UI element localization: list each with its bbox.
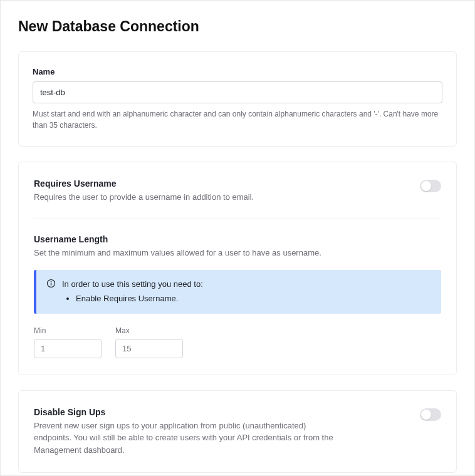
info-banner-list: Enable Requires Username. [62, 292, 203, 306]
username-length-row: Username Length Set the minimum and maxi… [34, 234, 441, 259]
requires-username-desc: Requires the user to provide a username … [34, 191, 335, 204]
info-banner-item: Enable Requires Username. [76, 292, 203, 306]
minmax-row: Min Max [34, 326, 441, 358]
requires-username-toggle[interactable] [420, 180, 441, 192]
disable-signups-toggle[interactable] [420, 408, 441, 421]
disable-signups-info: Disable Sign Ups Prevent new user sign u… [34, 407, 401, 457]
username-length-desc: Set the minimum and maximum values allow… [34, 247, 335, 259]
divider [34, 219, 441, 219]
min-input[interactable] [34, 339, 102, 358]
toggle-knob [421, 181, 431, 191]
info-banner-intro: In order to use this setting you need to… [62, 279, 203, 289]
max-input[interactable] [115, 339, 183, 358]
disable-signups-card: Disable Sign Ups Prevent new user sign u… [18, 390, 457, 473]
name-card: Name Must start and end with an alphanum… [18, 51, 457, 147]
max-label: Max [115, 326, 183, 335]
name-help-text: Must start and end with an alphanumeric … [33, 108, 442, 131]
requires-username-info: Requires Username Requires the user to p… [34, 178, 401, 204]
svg-rect-2 [51, 283, 51, 286]
disable-signups-title: Disable Sign Ups [34, 407, 401, 417]
requires-username-title: Requires Username [34, 178, 401, 189]
svg-point-1 [51, 281, 52, 282]
min-label: Min [34, 326, 102, 335]
info-banner-content: In order to use this setting you need to… [62, 278, 203, 306]
username-length-info: Username Length Set the minimum and maxi… [34, 234, 441, 259]
page-title: New Database Connection [18, 18, 457, 35]
username-length-title: Username Length [34, 234, 441, 244]
disable-signups-row: Disable Sign Ups Prevent new user sign u… [34, 407, 441, 457]
requires-username-row: Requires Username Requires the user to p… [34, 178, 441, 204]
min-field: Min [34, 326, 102, 358]
disable-signups-desc: Prevent new user sign ups to your applic… [34, 420, 335, 457]
max-field: Max [115, 326, 183, 358]
name-input[interactable] [33, 81, 442, 103]
name-label: Name [33, 67, 442, 76]
page-wrapper: New Database Connection Name Must start … [0, 0, 475, 476]
info-icon [46, 279, 56, 291]
info-banner: In order to use this setting you need to… [34, 270, 441, 314]
toggle-knob [421, 410, 431, 420]
username-settings-card: Requires Username Requires the user to p… [18, 162, 457, 375]
